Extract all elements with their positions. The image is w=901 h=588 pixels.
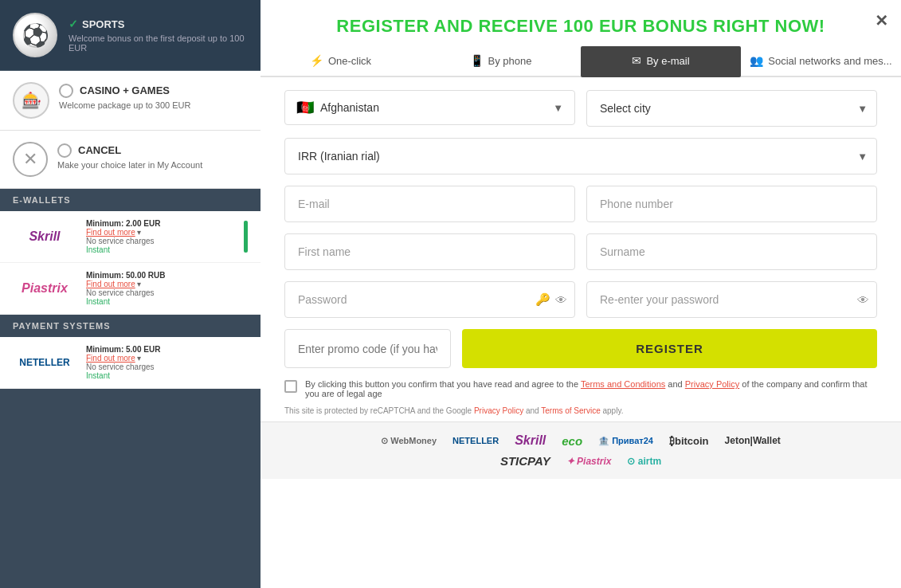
cancel-radio[interactable]: [57, 143, 72, 158]
casino-radio[interactable]: [59, 84, 73, 98]
skrill-info: Minimum: 2.00 EUR Find out more ▾ No ser…: [86, 219, 160, 254]
promo-input[interactable]: [284, 329, 451, 368]
terms-row: By clicking this button you confirm that…: [284, 379, 877, 398]
payment-systems-section-title: PAYMENT SYSTEMS: [0, 315, 261, 337]
casino-content: CASINO + GAMES Welcome package up to 300…: [59, 82, 191, 110]
currency-select[interactable]: IRR (Iranian rial): [284, 138, 877, 174]
name-row: [284, 233, 877, 270]
repassword-input[interactable]: [586, 281, 877, 318]
email-phone-row: [284, 186, 877, 222]
modal-close-button[interactable]: ✕: [875, 11, 888, 30]
tab-one-click-label: One-click: [328, 55, 371, 67]
sticpay-footer-logo: STICPAY: [500, 454, 550, 468]
currency-field: IRR (Iranian rial) ▼: [284, 138, 877, 174]
email-tab-icon: ✉: [632, 54, 641, 67]
piastrix-item[interactable]: Piastrix Minimum: 50.00 RUB Find out mor…: [0, 263, 261, 315]
sidebar-sports-option[interactable]: ⚽ ✓ SPORTS Welcome bonus on the first de…: [0, 0, 261, 71]
skrill-active-bar: [244, 221, 248, 253]
skrill-item[interactable]: Skrill Minimum: 2.00 EUR Find out more ▾…: [0, 211, 261, 263]
jeton-footer-logo: Jeton|Wallet: [725, 435, 781, 446]
tab-by-email[interactable]: ✉ By e-mail: [581, 46, 741, 77]
eye-icon[interactable]: 👁: [555, 293, 567, 307]
neteller-item[interactable]: NETELLER Minimum: 5.00 EUR Find out more…: [0, 337, 261, 389]
privacy-policy-link[interactable]: Privacy Policy: [685, 379, 739, 389]
cancel-title-row: CANCEL: [57, 142, 202, 158]
payment-logos-row2: STICPAY ✦ Piastrix ⊙ airtm: [276, 454, 885, 468]
city-select[interactable]: Select city: [586, 90, 877, 127]
social-tab-icon: 👥: [750, 54, 763, 67]
casino-icon: 🎰: [13, 82, 49, 119]
sports-ball-icon: ⚽: [13, 13, 57, 57]
registration-tabs: ⚡ One-click 📱 By phone ✉ By e-mail 👥 Soc…: [261, 46, 901, 77]
piastrix-info: Minimum: 50.00 RUB Find out more ▾ No se…: [86, 271, 165, 306]
webmoney-logo: ⊙ WebMoney: [381, 436, 437, 446]
city-field: Select city ▼: [586, 90, 877, 127]
payment-logos-row1: ⊙ WebMoney NETELLER Skrill eco 🏦 Приват2…: [276, 433, 885, 448]
sports-title: ✓ SPORTS: [69, 18, 248, 30]
neteller-logo: NETELLER: [13, 357, 76, 368]
recaptcha-terms-link[interactable]: Terms of Service: [541, 406, 600, 415]
terms-checkbox[interactable]: [284, 380, 297, 393]
one-click-icon: ⚡: [310, 54, 323, 67]
sidebar-cancel-option[interactable]: ✕ CANCEL Make your choice later in My Ac…: [0, 131, 261, 189]
casino-title-row: CASINO + GAMES: [59, 82, 191, 98]
sidebar-casino-option[interactable]: 🎰 CASINO + GAMES Welcome package up to 3…: [0, 71, 261, 131]
skrill-find-link[interactable]: Find out more: [86, 228, 135, 237]
repassword-field: 👁: [586, 281, 877, 318]
country-field: 🇦🇫 Afghanistan ▼: [284, 90, 575, 127]
piastrix-logo: Piastrix: [13, 281, 76, 296]
terms-conditions-link[interactable]: Terms and Conditions: [581, 379, 665, 389]
surname-field: [586, 233, 877, 270]
casino-desc: Welcome package up to 300 EUR: [59, 100, 191, 110]
chevron-down-icon: ▼: [553, 102, 563, 114]
tab-social-label: Social networks and mes...: [768, 55, 891, 67]
phone-tab-icon: 📱: [470, 54, 484, 67]
neteller-info: Minimum: 5.00 EUR Find out more ▾ No ser…: [86, 345, 160, 380]
tab-by-email-label: By e-mail: [646, 55, 689, 67]
terms-text: By clicking this button you confirm that…: [305, 379, 877, 398]
cancel-title: CANCEL: [78, 144, 121, 156]
recaptcha-privacy-link[interactable]: Privacy Policy: [474, 406, 523, 415]
sidebar: ⚽ ✓ SPORTS Welcome bonus on the first de…: [0, 0, 261, 588]
skrill-logo: Skrill: [13, 229, 76, 244]
password-icons: 🔑 👁: [535, 292, 567, 307]
bitcoin-footer-logo: ₿bitcoin: [669, 435, 709, 447]
firstname-input[interactable]: [284, 233, 575, 270]
country-select[interactable]: 🇦🇫 Afghanistan ▼: [284, 90, 575, 125]
payment-logos-footer: ⊙ WebMoney NETELLER Skrill eco 🏦 Приват2…: [261, 421, 901, 479]
casino-title: CASINO + GAMES: [80, 84, 170, 96]
email-field: [284, 186, 575, 222]
country-flag: 🇦🇫: [296, 99, 314, 116]
surname-input[interactable]: [586, 233, 877, 270]
tab-by-phone-label: By phone: [488, 55, 532, 67]
registration-form: 🇦🇫 Afghanistan ▼ Select city ▼ IRR (Iran…: [261, 90, 901, 415]
modal-title: REGISTER AND RECEIVE 100 EUR BONUS RIGHT…: [284, 16, 877, 37]
country-name: Afghanistan: [320, 101, 546, 114]
password-input[interactable]: [284, 281, 575, 318]
neteller-footer-logo: NETELLER: [452, 436, 499, 445]
recaptcha-text: This site is protected by reCAPTCHA and …: [284, 406, 877, 415]
modal-header: REGISTER AND RECEIVE 100 EUR BONUS RIGHT…: [261, 0, 901, 46]
airtm-footer-logo: ⊙ airtm: [627, 456, 661, 467]
repassword-eye-icon[interactable]: 👁: [857, 293, 869, 307]
privat24-footer-logo: 🏦 Приват24: [598, 436, 653, 446]
email-input[interactable]: [284, 186, 575, 222]
eco-footer-logo: eco: [562, 434, 582, 448]
phone-input[interactable]: [586, 186, 877, 222]
phone-field: [586, 186, 877, 222]
currency-row: IRR (Iranian rial) ▼: [284, 138, 877, 174]
repassword-icons: 👁: [857, 293, 869, 307]
password-row: 🔑 👁 👁: [284, 281, 877, 318]
promo-register-row: REGISTER: [284, 329, 877, 368]
piastrix-footer-logo: ✦ Piastrix: [566, 456, 612, 467]
cancel-circle-icon: ✕: [13, 142, 48, 177]
piastrix-find-link[interactable]: Find out more: [86, 280, 135, 288]
neteller-find-link[interactable]: Find out more: [86, 354, 135, 363]
tab-by-phone[interactable]: 📱 By phone: [421, 46, 581, 77]
modal: REGISTER AND RECEIVE 100 EUR BONUS RIGHT…: [261, 0, 901, 588]
tab-one-click[interactable]: ⚡ One-click: [261, 46, 421, 77]
cancel-desc: Make your choice later in My Account: [57, 160, 202, 170]
country-city-row: 🇦🇫 Afghanistan ▼ Select city ▼: [284, 90, 877, 127]
tab-social[interactable]: 👥 Social networks and mes...: [741, 46, 901, 77]
register-button[interactable]: REGISTER: [462, 329, 877, 368]
